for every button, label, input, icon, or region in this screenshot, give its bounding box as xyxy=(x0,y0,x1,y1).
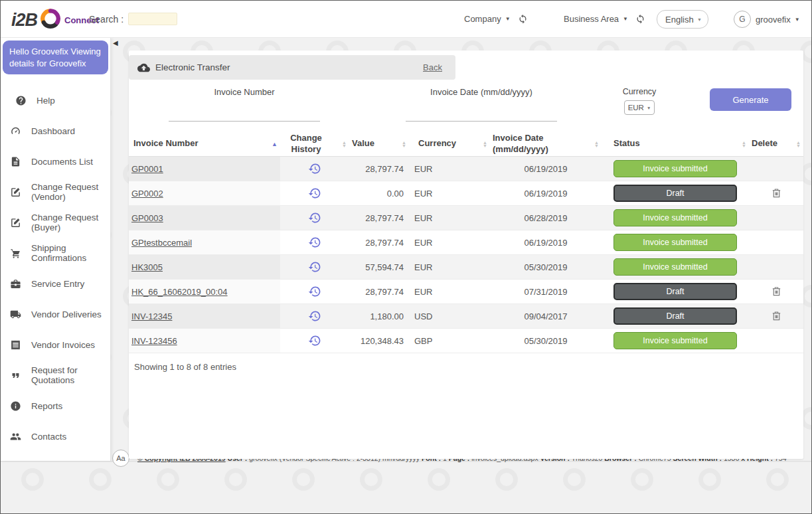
trash-icon[interactable] xyxy=(771,187,782,199)
delete-cell xyxy=(749,181,803,205)
receipt-icon xyxy=(9,339,21,351)
shipping-icon xyxy=(9,247,21,259)
invoice-number-filter-input[interactable] xyxy=(169,121,320,122)
change-history-cell xyxy=(280,206,349,230)
invoice-date-filter-input[interactable] xyxy=(406,121,557,122)
column-header-label: Invoice Date (mm/dd/yyyy) xyxy=(493,133,566,155)
invoice-date-cell: 06/19/2019 xyxy=(490,157,602,181)
sidebar-item-label: Dashboard xyxy=(31,126,75,136)
status-badge: Invoice submitted xyxy=(613,258,737,276)
history-icon[interactable] xyxy=(308,285,321,298)
sidebar-item-contacts[interactable]: Contacts xyxy=(1,421,110,452)
delete-cell xyxy=(749,280,803,303)
watermark-logo-ghost xyxy=(157,468,179,491)
business-area-label: Business Area xyxy=(564,14,619,24)
value-cell: 28,797.74 xyxy=(349,280,409,303)
invoice-number-link[interactable]: GPtestbccemail xyxy=(131,238,192,248)
truck-icon xyxy=(9,308,21,320)
sidebar-item-service-entry[interactable]: Service Entry xyxy=(1,268,110,299)
invoice-date-cell: 06/19/2019 xyxy=(490,181,602,205)
invoice-number-filter: Invoice Number xyxy=(169,87,320,122)
sidebar-item-label: Request for Quotations xyxy=(31,365,110,385)
invoice-number-link[interactable]: GP0001 xyxy=(131,164,163,174)
column-header-value[interactable]: Value▲▼ xyxy=(349,137,409,150)
company-refresh-icon[interactable] xyxy=(518,14,528,24)
sidebar-item-vendor-invoices[interactable]: Vendor Invoices xyxy=(1,329,110,360)
watermark-logo-ghost xyxy=(563,468,586,491)
dashboard-icon xyxy=(9,125,21,137)
sidebar-item-label: Reports xyxy=(31,401,62,411)
status-badge: Invoice submitted xyxy=(613,234,737,251)
history-icon[interactable] xyxy=(308,187,321,200)
sidebar-item-documents-list[interactable]: Documents List xyxy=(1,146,110,177)
history-icon[interactable] xyxy=(308,309,321,323)
column-header-change-history[interactable]: Change History▲▼ xyxy=(280,131,349,156)
sidebar-item-vendor-deliveries[interactable]: Vendor Deliveries xyxy=(1,299,110,329)
info-icon xyxy=(9,400,21,412)
sidebar-item-label: Service Entry xyxy=(31,279,84,289)
trash-icon[interactable] xyxy=(771,310,782,322)
invoice-number-link[interactable]: HK3005 xyxy=(131,262,163,272)
user-menu[interactable]: G groovefix ▼ xyxy=(734,11,800,28)
edit-icon xyxy=(9,186,21,198)
invoice-number-link[interactable]: GP0003 xyxy=(131,213,163,223)
invoice-date-filter-label: Invoice Date (mm/dd/yyyy) xyxy=(406,87,557,97)
sidebar-item-label: Vendor Deliveries xyxy=(31,309,102,319)
sidebar-item-change-request-vendor-[interactable]: Change Request (Vendor) xyxy=(1,177,110,207)
user-name: groovefix xyxy=(756,15,791,25)
column-header-label: Currency xyxy=(418,138,456,149)
currency-cell: EUR xyxy=(409,255,490,279)
app-logo: i2B Connect xyxy=(11,7,99,33)
history-icon[interactable] xyxy=(308,334,321,347)
column-header-status[interactable]: Status▲▼ xyxy=(602,137,749,150)
invoice-number-cell: HK3005 xyxy=(129,255,280,279)
sidebar-item-help[interactable]: Help xyxy=(1,85,110,116)
status-cell: Draft xyxy=(602,280,749,303)
history-icon[interactable] xyxy=(308,236,321,249)
generate-button[interactable]: Generate xyxy=(710,88,791,111)
column-header-invoice-number[interactable]: Invoice Number▲ xyxy=(129,137,280,150)
currency-select[interactable]: EUR ▼ xyxy=(624,100,655,115)
change-history-cell xyxy=(280,157,349,181)
app-window: i2B Connect Search : Company ▼ Business … xyxy=(0,0,812,514)
trash-icon[interactable] xyxy=(771,286,782,298)
invoice-number-filter-label: Invoice Number xyxy=(169,87,320,97)
table-row: GPtestbccemail28,797.74EUR06/19/2019Invo… xyxy=(129,230,803,255)
font-size-toggle-button[interactable]: Aa xyxy=(112,450,129,467)
chevron-down-icon: ▼ xyxy=(647,106,651,110)
company-dropdown[interactable]: Company ▼ xyxy=(464,14,528,24)
invoice-number-link[interactable]: INV-123456 xyxy=(131,336,177,346)
table-row: GP00020.00EUR06/19/2019Draft xyxy=(129,181,803,206)
sort-icon: ▲▼ xyxy=(342,141,347,147)
invoice-number-link[interactable]: HK_66_16062019_00:04 xyxy=(131,287,228,297)
sidebar-item-shipping-confirmations[interactable]: Shipping Confirmations xyxy=(1,238,110,268)
sidebar-collapse-icon[interactable]: ◀ xyxy=(113,39,118,46)
sidebar-greeting-banner: Hello Groovefix Viewing details for Groo… xyxy=(3,41,108,74)
language-select[interactable]: English ▼ xyxy=(657,10,708,29)
main-panel: Electronic Transfer Back Invoice Number … xyxy=(129,50,803,459)
back-link[interactable]: Back xyxy=(423,62,442,72)
currency-cell: EUR xyxy=(409,206,490,230)
invoice-number-link[interactable]: GP0002 xyxy=(131,189,163,199)
sidebar-item-request-for-quotations[interactable]: Request for Quotations xyxy=(1,360,110,390)
history-icon[interactable] xyxy=(308,162,321,175)
delete-cell xyxy=(749,230,803,254)
history-icon[interactable] xyxy=(308,211,321,224)
business-area-dropdown[interactable]: Business Area ▼ xyxy=(564,14,645,24)
column-header-currency[interactable]: Currency▲▼ xyxy=(409,137,490,150)
currency-cell: EUR xyxy=(409,157,490,181)
invoice-number-link[interactable]: INV-12345 xyxy=(131,311,172,321)
currency-cell: EUR xyxy=(409,181,490,205)
watermark-logo-ghost xyxy=(292,468,315,491)
sidebar-item-reports[interactable]: Reports xyxy=(1,390,110,421)
sidebar-item-change-request-buyer-[interactable]: Change Request (Buyer) xyxy=(1,207,110,238)
invoice-number-cell: HK_66_16062019_00:04 xyxy=(129,280,280,303)
search-input[interactable] xyxy=(128,13,177,25)
currency-cell: GBP xyxy=(409,329,490,353)
history-icon[interactable] xyxy=(308,260,321,274)
sidebar-item-dashboard[interactable]: Dashboard xyxy=(1,116,110,146)
column-header-delete[interactable]: Delete▲▼ xyxy=(749,137,803,150)
business-area-refresh-icon[interactable] xyxy=(635,14,645,24)
column-header-invoice-date-mm-dd-yyyy-[interactable]: Invoice Date (mm/dd/yyyy)▲▼ xyxy=(490,131,602,156)
table-body: GP000128,797.74EUR06/19/2019Invoice subm… xyxy=(129,157,803,353)
